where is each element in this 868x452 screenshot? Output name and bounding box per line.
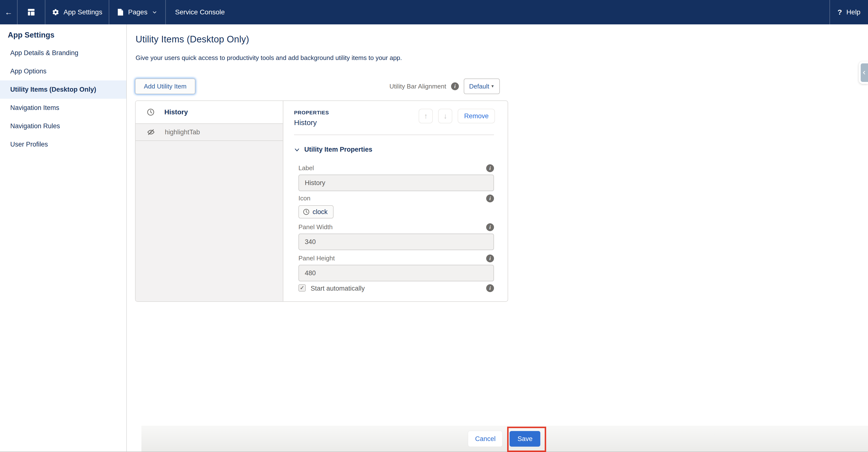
section-chevron-down-icon [294,147,300,153]
properties-pane: PROPERTIES History ↑ ↓ Remove Utility It… [283,101,508,301]
app-builder-button[interactable] [18,0,45,24]
start-automatically-label: Start automatically [311,285,365,292]
panel-width-input[interactable] [299,233,494,250]
utility-item-highlighttab[interactable]: highlightTab [135,124,283,141]
sidebar-item-navigation-items[interactable]: Navigation Items [0,99,126,117]
sidebar-item-navigation-rules[interactable]: Navigation Rules [0,117,126,135]
panel-height-label: Panel Height [299,255,335,262]
sidebar-list: App Details & Branding App Options Utili… [0,44,126,154]
properties-divider [294,135,494,135]
remove-button[interactable]: Remove [458,109,495,123]
nav-pages-label: Pages [128,8,147,16]
help-button[interactable]: ? Help [830,0,868,24]
save-button[interactable]: Save [509,431,540,447]
gear-icon [52,8,59,16]
start-automatically-checkbox[interactable]: ✓ [299,284,306,292]
sidebar-item-user-profiles[interactable]: User Profiles [0,135,126,154]
top-navbar: ← App Settings Pages Service Console ? H… [0,0,868,24]
sidebar-heading: App Settings [0,24,126,39]
chevron-left-icon [861,63,868,82]
add-utility-item-button[interactable]: Add Utility Item [135,78,195,94]
dropdown-arrow-icon: ▼ [491,84,494,89]
properties-actions: ↑ ↓ Remove [418,109,495,123]
app-name: Service Console [166,0,830,24]
nav-app-settings[interactable]: App Settings [45,0,109,24]
footer-bar: Cancel Save [142,426,868,452]
main-content: Utility Items (Desktop Only) Give your u… [127,24,868,452]
up-arrow-icon: ↑ [424,112,428,120]
alignment-value: Default [469,83,489,90]
utility-item-label: History [164,108,188,116]
clock-icon [303,208,310,215]
chevron-down-icon [152,9,157,15]
panel-height-info-icon[interactable]: i [486,255,494,262]
label-input[interactable] [299,174,494,191]
app-name-label: Service Console [175,8,225,16]
eye-slash-icon [147,128,155,136]
utility-bar-alignment-group: Utility Bar Alignment i Default ▼ [390,78,500,94]
icon-picker-chip[interactable]: clock [299,205,334,219]
move-up-button[interactable]: ↑ [418,109,433,123]
utility-item-history[interactable]: History [135,101,283,124]
sidebar-item-utility-items[interactable]: Utility Items (Desktop Only) [0,80,126,99]
check-icon: ✓ [300,285,304,291]
cancel-button[interactable]: Cancel [468,431,502,447]
utility-bar-alignment-label: Utility Bar Alignment [390,83,446,90]
properties-eyebrow: PROPERTIES [294,110,329,116]
page-title: Utility Items (Desktop Only) [135,34,249,44]
alignment-info-icon[interactable]: i [451,83,459,90]
panel-width-label: Panel Width [299,223,333,231]
settings-sidebar: App Settings App Details & Branding App … [0,24,127,452]
start-automatically-info-icon[interactable]: i [486,284,494,292]
back-button[interactable]: ← [0,0,18,24]
help-icon: ? [838,8,842,16]
nav-app-settings-label: App Settings [64,8,102,16]
icon-info-icon[interactable]: i [486,195,494,202]
nav-pages-menu[interactable]: Pages [109,0,166,24]
properties-item-name: History [294,119,317,127]
page-subtitle: Give your users quick access to producti… [135,54,402,62]
clock-icon [147,108,155,116]
layout-icon [27,8,36,17]
icon-value: clock [313,208,328,216]
icon-field-label: Icon [299,195,310,202]
page-icon [117,8,124,16]
footer-buttons: Cancel Save [468,431,540,447]
alignment-dropdown[interactable]: Default ▼ [464,78,500,94]
utility-items-list: History highlightTab [135,101,283,301]
panel-width-info-icon[interactable]: i [486,223,494,231]
back-arrow-icon: ← [5,8,12,16]
utility-item-label: highlightTab [165,128,200,136]
section-title: Utility Item Properties [304,146,372,153]
help-label: Help [846,8,861,16]
utility-items-panel: History highlightTab PROPERTIES History … [135,100,508,302]
label-info-icon[interactable]: i [486,164,494,172]
label-field-label: Label [299,164,314,172]
down-arrow-icon: ↓ [443,112,447,120]
sidebar-item-app-options[interactable]: App Options [0,62,126,80]
panel-height-input[interactable] [299,265,494,281]
utility-item-properties-section[interactable]: Utility Item Properties [294,146,372,153]
move-down-button[interactable]: ↓ [438,109,452,123]
sidebar-item-app-details-branding[interactable]: App Details & Branding [0,44,126,62]
collapse-panel-tab[interactable] [859,61,868,84]
